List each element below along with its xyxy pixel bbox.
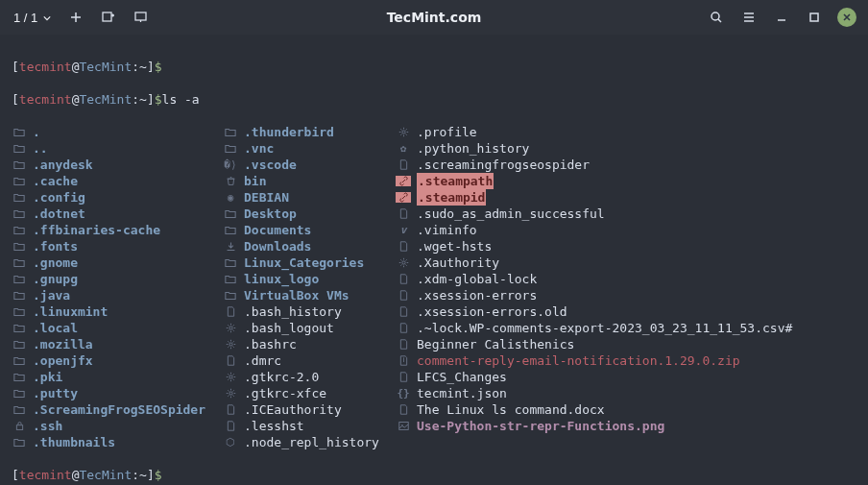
file-icon bbox=[223, 355, 238, 366]
filename: .python_history bbox=[417, 140, 529, 157]
ls-entry: �⟩.vscode bbox=[223, 157, 396, 173]
folder-icon bbox=[12, 323, 27, 334]
folder-icon bbox=[12, 274, 27, 285]
ls-entry: VirtualBox VMs bbox=[223, 287, 396, 303]
filename: Downloads bbox=[244, 238, 311, 255]
minimize-button[interactable] bbox=[768, 4, 795, 31]
python-icon: ✿ bbox=[396, 140, 411, 157]
ls-entry: ✿.python_history bbox=[396, 140, 856, 157]
folder-icon bbox=[12, 404, 27, 416]
svg-point-10 bbox=[401, 261, 404, 264]
window-title: TecMint.com bbox=[387, 10, 482, 25]
ls-entry: .bash_history bbox=[223, 303, 396, 320]
filename: Beginner Calisthenics bbox=[417, 336, 574, 352]
filename: .xsession-errors.old bbox=[417, 303, 567, 320]
ls-entry: .steampath bbox=[396, 173, 856, 189]
folder-icon bbox=[223, 143, 238, 155]
ls-entry: .cache bbox=[12, 173, 223, 189]
filename: .cache bbox=[33, 173, 78, 189]
gear-icon bbox=[223, 339, 238, 350]
broadcast-icon[interactable] bbox=[128, 4, 155, 31]
bin-icon bbox=[223, 176, 238, 186]
ls-entry: .xsession-errors.old bbox=[396, 303, 856, 320]
folder-icon bbox=[12, 208, 27, 220]
gear-icon bbox=[396, 257, 411, 268]
filename: .xdm-global-lock bbox=[417, 271, 537, 287]
tab-count-label: 1 / 1 bbox=[13, 11, 37, 25]
ls-entry: .local bbox=[12, 320, 223, 336]
filename: .~lock.WP-comments-export-2023_03_23_11_… bbox=[417, 320, 792, 336]
folder-open-icon bbox=[12, 127, 27, 138]
filename: .mozilla bbox=[33, 336, 93, 352]
ls-entry: .fonts bbox=[12, 238, 223, 255]
ls-entry: .ssh bbox=[12, 418, 223, 434]
maximize-button[interactable] bbox=[801, 4, 828, 31]
new-window-icon[interactable] bbox=[95, 4, 122, 31]
new-tab-button[interactable] bbox=[62, 4, 89, 31]
ls-entry: linux_logo bbox=[223, 271, 396, 287]
titlebar: 1 / 1 TecMint.com bbox=[0, 0, 868, 35]
ls-entry: .ScreamingFrogSEOSpider bbox=[12, 401, 223, 418]
vim-icon: v bbox=[396, 222, 411, 238]
close-button[interactable] bbox=[833, 4, 860, 31]
folder-icon bbox=[12, 241, 27, 253]
folder-icon bbox=[223, 274, 238, 285]
ls-entry: . bbox=[12, 124, 223, 140]
file-icon bbox=[396, 339, 411, 350]
ls-column-1: ....anydesk.cache.config.dotnet.ffbinari… bbox=[12, 124, 223, 450]
folder-icon bbox=[12, 159, 27, 171]
ls-entry: .thunderbird bbox=[223, 124, 396, 140]
menu-button[interactable] bbox=[735, 4, 762, 31]
file-icon bbox=[396, 274, 411, 284]
ls-entry: .pki bbox=[12, 369, 223, 385]
folder-icon bbox=[12, 355, 27, 367]
folder-icon bbox=[12, 388, 27, 400]
ls-entry: The Linux ls command.docx bbox=[396, 401, 856, 418]
prompt-line-after: [tecmint@TecMint:~]$ bbox=[12, 467, 856, 483]
filename: tecmint.json bbox=[417, 385, 507, 401]
file-icon bbox=[396, 323, 411, 333]
ls-entry: .java bbox=[12, 287, 223, 303]
ls-entry: .vnc bbox=[223, 140, 396, 157]
tab-counter[interactable]: 1 / 1 bbox=[8, 11, 57, 25]
svg-rect-4 bbox=[16, 425, 22, 430]
ls-entry: v.viminfo bbox=[396, 222, 856, 238]
filename: .ICEauthority bbox=[244, 401, 342, 418]
debian-icon: ◉ bbox=[223, 189, 238, 206]
svg-point-2 bbox=[711, 12, 719, 20]
folder-icon bbox=[223, 127, 238, 138]
filename: .ScreamingFrogSEOSpider bbox=[33, 401, 205, 418]
ls-entry: .bashrc bbox=[223, 336, 396, 352]
filename: .bash_logout bbox=[244, 320, 334, 336]
gear-icon bbox=[223, 323, 238, 333]
ls-entry: .ffbinaries-cache bbox=[12, 222, 223, 238]
link-icon bbox=[396, 176, 411, 186]
filename: . bbox=[33, 124, 40, 140]
ls-entry: .dmrc bbox=[223, 352, 396, 369]
ls-entry: comment-reply-email-notification.1.29.0.… bbox=[396, 352, 856, 369]
file-icon bbox=[396, 159, 411, 170]
ls-entry: Use-Python-str-repr-Functions.png bbox=[396, 418, 856, 434]
filename: .dmrc bbox=[244, 352, 281, 369]
terminal[interactable]: [tecmint@TecMint:~]$ [tecmint@TecMint:~]… bbox=[0, 35, 868, 485]
filename: .gtkrc-xfce bbox=[244, 385, 326, 401]
image-icon bbox=[396, 421, 411, 431]
svg-rect-3 bbox=[810, 13, 818, 21]
filename: .profile bbox=[417, 124, 477, 140]
ls-entry: .gtkrc-xfce bbox=[223, 385, 396, 401]
folder-icon bbox=[12, 290, 27, 302]
gear-icon bbox=[396, 127, 411, 137]
json-icon: {} bbox=[396, 385, 411, 401]
filename: .steampid bbox=[417, 189, 486, 206]
file-icon bbox=[223, 306, 238, 317]
folder-icon bbox=[12, 372, 27, 383]
ls-entry: .mozilla bbox=[12, 336, 223, 352]
search-button[interactable] bbox=[703, 4, 730, 31]
filename: .config bbox=[33, 189, 85, 206]
filename: .vnc bbox=[244, 140, 274, 157]
filename: .screamingfrogseospider bbox=[417, 157, 590, 173]
folder-icon bbox=[12, 192, 27, 204]
filename: linux_logo bbox=[244, 271, 319, 287]
ls-entry: Downloads bbox=[223, 238, 396, 255]
ls-entry: .putty bbox=[12, 385, 223, 401]
